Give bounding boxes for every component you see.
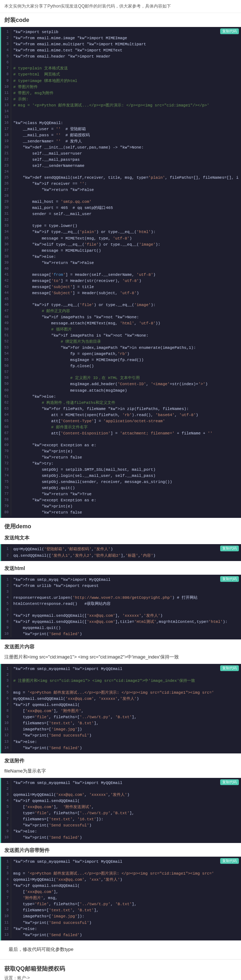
line-number: 8 — [1, 822, 11, 829]
line-number: 5 — [1, 54, 11, 60]
code-line: 17 __mail_user = '' # 登陆邮箱 — [1, 126, 241, 132]
line-number: 45 — [1, 296, 11, 302]
code-text: smtpObj = setplib.SMTP_SSL(mail_host, ma… — [13, 467, 241, 473]
line-number: 63 — [1, 406, 11, 412]
line-number: 29 — [1, 199, 11, 205]
subsection-title-plain: 发送纯文本 — [0, 532, 241, 542]
copy-button-main[interactable]: 复制代码 — [220, 29, 239, 34]
code-line: 16"kw">class MyQQEmail: — [1, 120, 241, 126]
copy-button-image[interactable]: 复制代码 — [220, 665, 239, 671]
code-block-html: 复制代码 1"kw">from smtp_myqq "kw">import My… — [0, 575, 241, 640]
line-number: 1 — [1, 666, 11, 672]
line-number: 7 — [1, 895, 11, 901]
code-block-image: 复制代码 1"kw">from smtp_myqqemail "kw">impo… — [0, 664, 241, 753]
code-line: 4response=request.urlopen('http://www.vo… — [1, 595, 241, 601]
code-text: "kw">return false — [13, 510, 241, 516]
code-line: 8 ['xxx@qq.com'], '附件图片', — [1, 708, 241, 714]
code-line: 60 message.attach(msgImage) — [1, 388, 241, 394]
code-line: 22 self.__mail_pass=pas — [1, 157, 241, 163]
code-line: 14 "kw">print('Send failed') — [1, 745, 241, 751]
copy-button-file[interactable]: 复制代码 — [220, 780, 239, 785]
code-line: 46 "kw">if type.__eq__('file') or type._… — [1, 302, 241, 308]
code-line: 80 "kw">return false — [1, 510, 241, 516]
line-number: 25 — [1, 175, 11, 181]
line-number: 67 — [1, 431, 11, 437]
code-text: myqqemail.quit() — [13, 625, 241, 631]
code-line: 79 "kw">print(e) — [1, 503, 241, 510]
code-line: 45 — [1, 296, 241, 302]
code-text: "kw">else: — [13, 829, 241, 835]
code-line: 75 smtpObj.sendmail(sender, receiver, me… — [1, 479, 241, 485]
code-line: 2 — [1, 865, 241, 871]
line-number: 15 — [1, 115, 11, 120]
code-line: 44 message['Subject'] = Header(subject, … — [1, 290, 241, 296]
code-line: 23 self.__senderName=name — [1, 163, 241, 169]
line-number: 9 — [1, 907, 11, 913]
line-number: 3 — [1, 41, 11, 48]
line-number: 22 — [1, 157, 11, 163]
code-text: "kw">except Exception as e: — [13, 442, 241, 449]
code-text: sender = self.__mail_user — [13, 211, 241, 217]
code-text: "kw">if type.__eq__('file') or type.__eq… — [13, 302, 241, 308]
copy-button-html[interactable]: 复制代码 — [220, 576, 239, 582]
code-line: 13"kw">else: — [1, 739, 241, 745]
code-text: fileNames=['text.txt', 'B.txt'], — [13, 720, 241, 727]
line-number: 74 — [1, 473, 11, 479]
line-number: 4 — [1, 684, 11, 690]
code-text: "kw">else: — [13, 254, 241, 260]
copy-button-plain[interactable]: 复制代码 — [220, 546, 239, 551]
line-number: 6 — [1, 60, 11, 65]
code-text — [13, 607, 241, 613]
section-title-main: 封装code — [0, 13, 241, 25]
code-line: 47 # 邮件正文内容 — [1, 308, 241, 314]
code-line: 3msg = '<p>Python 邮件发送测试...</p><p>图片演示: … — [1, 871, 241, 877]
code-line: 52 # 绑定图片为当前目录 — [1, 339, 241, 345]
line-number: 70 — [1, 449, 11, 455]
code-line: 36 "kw">elif type.__eq__('file') or type… — [1, 242, 241, 248]
code-text — [13, 589, 241, 595]
code-text: "kw">print('Send failed') — [13, 745, 241, 751]
code-text: "kw">elif type.__eq__('file') or type.__… — [13, 242, 241, 248]
code-text: __mail_user = '' # 登陆邮箱 — [13, 126, 241, 132]
line-number: 5 — [1, 804, 11, 810]
code-text: "kw">print('Send failed') — [13, 932, 241, 938]
code-line: 12 "kw">print('Send successful') — [1, 733, 241, 739]
code-line: 55 msgImage = MIMEImage(fp.read()) — [1, 357, 241, 363]
code-line: 13# msg = '<p>Python 邮件发送测试...</p><p>图片演… — [1, 102, 241, 108]
code-line: 4 — [1, 684, 241, 690]
line-number: 13 — [1, 739, 11, 745]
code-line: 70 "kw">print(e) — [1, 449, 241, 455]
code-text: message = MIMEMultipart() — [13, 248, 241, 254]
code-text: qqemail=MyQQEmail('xxx@qq.com', 'xxxxxx'… — [13, 792, 241, 798]
line-number: 7 — [1, 65, 11, 72]
auth-path: 设置：账户-> — [0, 974, 241, 980]
code-text: "kw">if imagePaths is "kw">not "kw">None… — [13, 314, 241, 320]
code-line: 5"kw">if qqemail.sendQQEmail( — [1, 883, 241, 889]
line-number: 35 — [1, 235, 11, 242]
code-text: __mail_pass = '' # 邮箱授权码 — [13, 132, 241, 138]
copy-button-image-attach[interactable]: 复制代码 — [220, 858, 239, 864]
line-number: 48 — [1, 314, 11, 320]
code-text: "kw">from email.mime.text "kw">import MI… — [13, 48, 241, 54]
code-text: "kw">if myqqemail.sendQQEmail(['xxx@qq.c… — [13, 619, 241, 625]
code-line: 1qq=MyQQEmail('登陆邮箱','邮箱授权码','发件人') — [1, 546, 241, 552]
code-text: "kw">from smtp_myqqemail "kw">import MyQ… — [13, 780, 241, 786]
image-note: 注册图片和<img src="cid:image1"> <img src="ci… — [0, 652, 241, 662]
code-line: 25 "kw">def sendQQEmail(self,receiver, t… — [1, 175, 241, 181]
code-text: # 示例: — [13, 96, 241, 102]
code-line: 54 fp = open(imagePath,'rb') — [1, 351, 241, 357]
subsection-image: 发送图片内容 注册图片和<img src="cid:image1"> <img … — [0, 641, 241, 753]
line-number: 30 — [1, 205, 11, 211]
code-line: 10 imagePaths=['image.jpg']): — [1, 913, 241, 920]
line-number: 73 — [1, 467, 11, 473]
code-text — [13, 786, 241, 792]
code-text: "kw">if myqqemail.sendQQEmail(['xxx@qq.c… — [13, 613, 241, 619]
line-number: 6 — [1, 607, 11, 613]
code-text: "kw">print(e) — [13, 449, 241, 455]
line-number: 27 — [1, 187, 11, 193]
line-number: 19 — [1, 138, 11, 145]
code-text: # 带图片附件 — [13, 84, 241, 90]
code-line: 73 smtpObj = setplib.SMTP_SSL(mail_host,… — [1, 467, 241, 473]
bottom-section: 最后，修改代码可能化参数type — [0, 942, 241, 957]
line-number: 4 — [1, 595, 11, 601]
